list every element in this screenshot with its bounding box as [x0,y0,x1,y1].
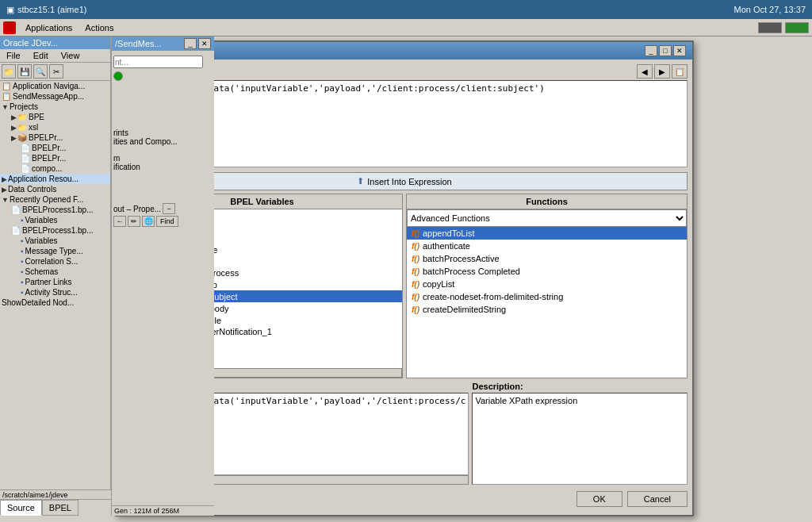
tree-message-type[interactable]: ▪ Message Type... [19,246,110,256]
right-arrow-btn[interactable]: ← [113,216,126,227]
left-panel-header: Oracle JDev... [0,36,110,49]
description-area: Variable XPath expression [472,393,688,485]
xsl-toggle[interactable]: ▶ [11,124,17,132]
bpelpr3-icon: 📄 [21,154,30,163]
bpe-toggle[interactable]: ▶ [11,113,17,121]
menu-applications[interactable]: Applications [19,21,79,34]
functions-panel: Functions Advanced Functions f() appendT… [406,194,688,378]
expr-btn-copy[interactable]: 📋 [672,64,688,79]
tree-recently-opened[interactable]: ▼ Recently Opened F... [0,194,110,205]
right-ities-label: ities and Compo... [113,137,213,146]
ok-button[interactable]: OK [576,491,622,507]
xsl-label: xsl [29,123,38,132]
tree-correlation[interactable]: ▪ Correlation S... [19,256,110,267]
bpe-label: BPE [29,113,44,121]
left-panel: Oracle JDev... File Edit View 📁 💾 🔍 ✂ 📋 … [0,36,111,516]
dialog-window-controls: _ □ ✕ [645,45,686,56]
right-search-input[interactable] [113,56,203,68]
navigator-tree: 📋 Application Naviga... 📋 SendMessageApp… [0,81,110,308]
func-create-nodeset[interactable]: f() create-nodeset-from-delimited-string [407,290,687,303]
tree-activity-struc[interactable]: ▪ Activity Struc... [19,287,110,297]
right-find-btn[interactable]: Find [156,216,178,227]
func-batchProcessActive[interactable]: f() batchProcessActive [407,252,687,265]
main-container: Oracle JDev... File Edit View 📁 💾 🔍 ✂ 📋 … [0,36,812,516]
expr-btn-forward[interactable]: ▶ [654,64,670,79]
tree-xsl[interactable]: ▶ 📁 xsl [10,122,110,132]
status-indicator [113,71,123,81]
dialog-maximize-btn[interactable]: □ [659,45,672,56]
tree-send-message[interactable]: 📋 SendMessageApp... [0,91,110,102]
right-panel-close[interactable]: ✕ [198,38,211,49]
vars2-icon: ▪ [21,236,24,245]
bp2-label: BPELProcess1.bp... [22,226,94,235]
toolbar-btn-4[interactable]: ✂ [49,64,63,79]
tree-bpelprocess-file[interactable]: 📄 BPELProcess1.bp... [10,205,110,215]
left-panel-title: Oracle JDev... [3,38,58,48]
func-label-6: createDelimitedString [423,305,506,314]
tree-vars2[interactable]: ▪ Variables [19,236,110,246]
app-res-toggle[interactable]: ▶ [2,175,7,183]
tree-vars[interactable]: ▪ Variables [19,215,110,225]
dialog-minimize-btn[interactable]: _ [645,45,657,56]
func-batchProcessCompleted[interactable]: f() batchProcess Completed [407,265,687,278]
tree-partner-links[interactable]: ▪ Partner Links [19,277,110,287]
func-label-1: authenticate [423,241,470,251]
bpelpr2-label: BPELPr... [32,144,66,152]
left-menus: File Edit View [0,49,110,63]
menu-edit[interactable]: Edit [27,49,55,62]
tree-projects[interactable]: ▼ Projects [0,102,110,112]
right-prop-btn[interactable]: − [163,203,175,214]
menu-file[interactable]: File [0,49,27,62]
tree-app-navigator[interactable]: 📋 Application Naviga... [0,81,110,91]
description-section: Description: Variable XPath expression [472,382,688,485]
right-panel-minimize[interactable]: _ [184,38,197,49]
right-status-bar: Gen : 121M of 256M [112,505,214,516]
tree-bpe[interactable]: ▶ 📁 BPE [10,112,110,122]
tree-show-detailed[interactable]: ShowDetailed Nod... [0,297,110,308]
right-globe-btn[interactable]: 🌐 [142,216,155,227]
tree-data-controls[interactable]: ▶ Data Controls [0,184,110,194]
as-label: Activity Struc... [25,288,78,297]
tree-bpelpr1[interactable]: ▶ 📦 BPELPr... [10,132,110,143]
func-icon-4: f() [412,280,419,289]
insert-arrow-icon: ⬆ [357,176,364,186]
tab-bpel[interactable]: BPEL [42,500,79,516]
projects-toggle[interactable]: ▼ [2,103,9,111]
tree-app-resources[interactable]: ▶ Application Resou... [0,174,110,184]
menu-view[interactable]: View [55,49,86,62]
toolbar-btn-2[interactable]: 💾 [17,64,32,79]
bpelpr1-toggle[interactable]: ▶ [11,134,17,142]
func-icon-6: f() [412,305,419,314]
func-appendToList[interactable]: f() appendToList [407,227,687,240]
menu-actions[interactable]: Actions [79,21,120,34]
func-createDelimitedString[interactable]: f() createDelimitedString [407,303,687,316]
dc-toggle[interactable]: ▶ [2,186,7,194]
tree-bpelpr2[interactable]: 📄 BPELPr... [19,143,110,153]
func-copyList[interactable]: f() copyList [407,278,687,290]
func-icon-1: f() [412,242,419,251]
footer-action-buttons: OK Cancel [576,491,688,507]
cancel-button[interactable]: Cancel [627,491,688,507]
compo-icon: 📄 [21,164,30,173]
dialog-close-btn[interactable]: ✕ [673,45,686,56]
func-icon-0: f() [412,229,419,238]
ro-label: Recently Opened F... [10,195,83,204]
tree-compo[interactable]: 📄 compo... [19,163,110,174]
functions-dropdown[interactable]: Advanced Functions [407,209,687,227]
tree-schemas[interactable]: ▪ Schemas [19,267,110,277]
right-edit-btn[interactable]: ✏ [128,216,140,227]
toolbar-btn-1[interactable]: 📁 [2,64,16,79]
tab-source[interactable]: Source [0,500,42,516]
func-authenticate[interactable]: f() authenticate [407,240,687,252]
tree-bpelpr3[interactable]: 📄 BPELPr... [19,153,110,163]
right-panel: /SendMes... _ ✕ rints ities and Compo...… [111,36,214,516]
tree-bpelprocess2[interactable]: 📄 BPELProcess1.bp... [10,225,110,236]
xsl-icon: 📁 [17,123,27,132]
right-panel-header: /SendMes... _ ✕ [112,36,214,51]
expr-btn-back[interactable]: ◀ [637,64,653,79]
func-icon-5: f() [412,293,419,301]
left-toolbar: 📁 💾 🔍 ✂ [0,63,110,81]
func-label-0: appendToList [423,228,474,238]
toolbar-btn-3[interactable]: 🔍 [33,64,48,79]
ro-toggle[interactable]: ▼ [2,196,9,204]
